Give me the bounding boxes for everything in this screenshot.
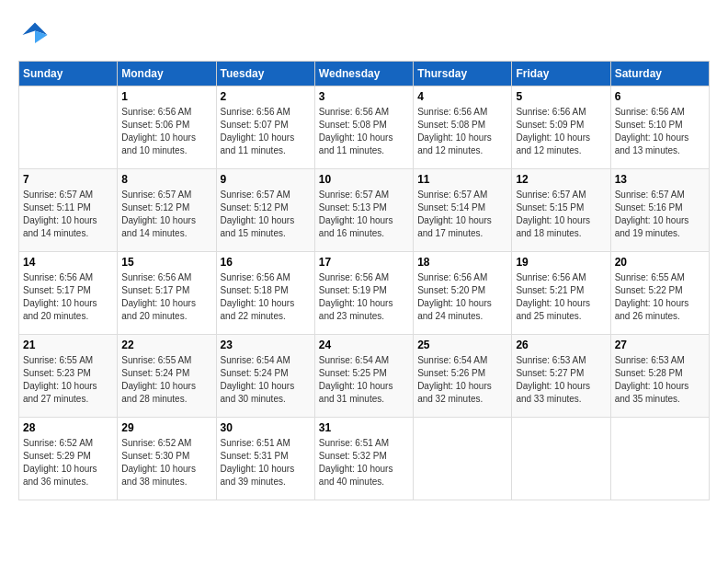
weekday-row: SundayMondayTuesdayWednesdayThursdayFrid… xyxy=(19,62,710,86)
day-number: 9 xyxy=(221,173,311,186)
weekday-header: Wednesday xyxy=(314,62,413,86)
day-info: Sunrise: 6:54 AMSunset: 5:25 PMDaylight:… xyxy=(319,354,409,406)
day-number: 28 xyxy=(23,421,113,434)
logo xyxy=(18,18,55,52)
calendar-cell: 18Sunrise: 6:56 AMSunset: 5:20 PMDayligh… xyxy=(414,252,512,335)
day-info: Sunrise: 6:57 AMSunset: 5:12 PMDaylight:… xyxy=(121,189,211,240)
day-info: Sunrise: 6:51 AMSunset: 5:32 PMDaylight:… xyxy=(319,437,409,488)
day-info: Sunrise: 6:56 AMSunset: 5:20 PMDaylight:… xyxy=(417,271,507,323)
calendar-cell: 23Sunrise: 6:54 AMSunset: 5:24 PMDayligh… xyxy=(216,335,314,418)
day-info: Sunrise: 6:57 AMSunset: 5:14 PMDaylight:… xyxy=(417,189,507,240)
day-number: 13 xyxy=(615,173,705,186)
day-number: 31 xyxy=(319,421,409,434)
calendar-cell: 14Sunrise: 6:56 AMSunset: 5:17 PMDayligh… xyxy=(19,252,118,335)
day-info: Sunrise: 6:57 AMSunset: 5:15 PMDaylight:… xyxy=(516,189,606,240)
calendar-cell: 28Sunrise: 6:52 AMSunset: 5:29 PMDayligh… xyxy=(19,418,118,500)
day-number: 8 xyxy=(121,173,211,186)
day-number: 15 xyxy=(121,256,211,269)
day-info: Sunrise: 6:55 AMSunset: 5:23 PMDaylight:… xyxy=(23,354,113,406)
calendar-cell: 15Sunrise: 6:56 AMSunset: 5:17 PMDayligh… xyxy=(118,252,216,335)
calendar-cell xyxy=(512,418,610,500)
day-number: 6 xyxy=(615,90,705,103)
calendar-body: 1Sunrise: 6:56 AMSunset: 5:06 PMDaylight… xyxy=(19,86,710,500)
weekday-header: Tuesday xyxy=(216,62,314,86)
calendar-cell: 2Sunrise: 6:56 AMSunset: 5:07 PMDaylight… xyxy=(216,86,314,169)
day-info: Sunrise: 6:55 AMSunset: 5:22 PMDaylight:… xyxy=(615,271,705,323)
weekday-header: Sunday xyxy=(19,62,118,86)
calendar-cell: 13Sunrise: 6:57 AMSunset: 5:16 PMDayligh… xyxy=(610,169,709,252)
day-info: Sunrise: 6:56 AMSunset: 5:08 PMDaylight:… xyxy=(417,106,507,157)
day-number: 19 xyxy=(516,256,606,269)
calendar-week-row: 7Sunrise: 6:57 AMSunset: 5:11 PMDaylight… xyxy=(19,169,710,252)
day-number: 11 xyxy=(417,173,507,186)
calendar-cell: 20Sunrise: 6:55 AMSunset: 5:22 PMDayligh… xyxy=(610,252,709,335)
day-number: 4 xyxy=(417,90,507,103)
day-number: 5 xyxy=(516,90,606,103)
calendar-cell: 5Sunrise: 6:56 AMSunset: 5:09 PMDaylight… xyxy=(512,86,610,169)
day-info: Sunrise: 6:57 AMSunset: 5:13 PMDaylight:… xyxy=(319,189,409,240)
day-info: Sunrise: 6:54 AMSunset: 5:26 PMDaylight:… xyxy=(417,354,507,406)
day-number: 12 xyxy=(516,173,606,186)
logo-icon xyxy=(18,18,51,52)
calendar-cell: 17Sunrise: 6:56 AMSunset: 5:19 PMDayligh… xyxy=(314,252,413,335)
day-number: 29 xyxy=(121,421,211,434)
calendar-cell: 9Sunrise: 6:57 AMSunset: 5:12 PMDaylight… xyxy=(216,169,314,252)
day-number: 22 xyxy=(121,339,211,351)
day-number: 16 xyxy=(221,256,311,269)
calendar-week-row: 1Sunrise: 6:56 AMSunset: 5:06 PMDaylight… xyxy=(19,86,710,169)
calendar-cell: 12Sunrise: 6:57 AMSunset: 5:15 PMDayligh… xyxy=(512,169,610,252)
day-number: 17 xyxy=(319,256,409,269)
day-info: Sunrise: 6:53 AMSunset: 5:28 PMDaylight:… xyxy=(615,354,705,406)
calendar-cell: 4Sunrise: 6:56 AMSunset: 5:08 PMDaylight… xyxy=(414,86,512,169)
page-header xyxy=(18,18,710,52)
day-number: 23 xyxy=(221,339,311,351)
calendar-cell xyxy=(610,418,709,500)
day-info: Sunrise: 6:52 AMSunset: 5:29 PMDaylight:… xyxy=(23,437,113,488)
day-info: Sunrise: 6:56 AMSunset: 5:06 PMDaylight:… xyxy=(121,106,211,157)
calendar-cell: 25Sunrise: 6:54 AMSunset: 5:26 PMDayligh… xyxy=(414,335,512,418)
day-info: Sunrise: 6:56 AMSunset: 5:07 PMDaylight:… xyxy=(221,106,311,157)
day-number: 14 xyxy=(23,256,113,269)
calendar-cell: 22Sunrise: 6:55 AMSunset: 5:24 PMDayligh… xyxy=(118,335,216,418)
day-number: 10 xyxy=(319,173,409,186)
calendar-week-row: 28Sunrise: 6:52 AMSunset: 5:29 PMDayligh… xyxy=(19,418,710,500)
calendar-cell: 3Sunrise: 6:56 AMSunset: 5:08 PMDaylight… xyxy=(314,86,413,169)
calendar-cell: 10Sunrise: 6:57 AMSunset: 5:13 PMDayligh… xyxy=(314,169,413,252)
day-number: 7 xyxy=(23,173,113,186)
calendar-cell: 19Sunrise: 6:56 AMSunset: 5:21 PMDayligh… xyxy=(512,252,610,335)
calendar-cell: 6Sunrise: 6:56 AMSunset: 5:10 PMDaylight… xyxy=(610,86,709,169)
calendar-cell: 7Sunrise: 6:57 AMSunset: 5:11 PMDaylight… xyxy=(19,169,118,252)
day-info: Sunrise: 6:56 AMSunset: 5:19 PMDaylight:… xyxy=(319,271,409,323)
day-info: Sunrise: 6:57 AMSunset: 5:16 PMDaylight:… xyxy=(615,189,705,240)
calendar-cell: 29Sunrise: 6:52 AMSunset: 5:30 PMDayligh… xyxy=(118,418,216,500)
calendar-cell: 24Sunrise: 6:54 AMSunset: 5:25 PMDayligh… xyxy=(314,335,413,418)
day-number: 26 xyxy=(516,339,606,351)
calendar-header: SundayMondayTuesdayWednesdayThursdayFrid… xyxy=(19,62,710,86)
day-info: Sunrise: 6:56 AMSunset: 5:17 PMDaylight:… xyxy=(23,271,113,323)
calendar-cell: 31Sunrise: 6:51 AMSunset: 5:32 PMDayligh… xyxy=(314,418,413,500)
day-number: 2 xyxy=(221,90,311,103)
day-info: Sunrise: 6:52 AMSunset: 5:30 PMDaylight:… xyxy=(121,437,211,488)
calendar-cell: 26Sunrise: 6:53 AMSunset: 5:27 PMDayligh… xyxy=(512,335,610,418)
weekday-header: Friday xyxy=(512,62,610,86)
day-number: 21 xyxy=(23,339,113,351)
calendar-cell: 11Sunrise: 6:57 AMSunset: 5:14 PMDayligh… xyxy=(414,169,512,252)
calendar-cell xyxy=(414,418,512,500)
calendar-week-row: 21Sunrise: 6:55 AMSunset: 5:23 PMDayligh… xyxy=(19,335,710,418)
day-number: 27 xyxy=(615,339,705,351)
calendar-table: SundayMondayTuesdayWednesdayThursdayFrid… xyxy=(18,61,710,500)
day-info: Sunrise: 6:56 AMSunset: 5:21 PMDaylight:… xyxy=(516,271,606,323)
day-info: Sunrise: 6:56 AMSunset: 5:08 PMDaylight:… xyxy=(319,106,409,157)
calendar-cell: 21Sunrise: 6:55 AMSunset: 5:23 PMDayligh… xyxy=(19,335,118,418)
weekday-header: Monday xyxy=(118,62,216,86)
day-info: Sunrise: 6:56 AMSunset: 5:09 PMDaylight:… xyxy=(516,106,606,157)
day-info: Sunrise: 6:56 AMSunset: 5:18 PMDaylight:… xyxy=(221,271,311,323)
calendar-cell: 30Sunrise: 6:51 AMSunset: 5:31 PMDayligh… xyxy=(216,418,314,500)
calendar-cell: 16Sunrise: 6:56 AMSunset: 5:18 PMDayligh… xyxy=(216,252,314,335)
day-info: Sunrise: 6:57 AMSunset: 5:12 PMDaylight:… xyxy=(221,189,311,240)
day-number: 3 xyxy=(319,90,409,103)
day-info: Sunrise: 6:54 AMSunset: 5:24 PMDaylight:… xyxy=(221,354,311,406)
calendar-cell: 8Sunrise: 6:57 AMSunset: 5:12 PMDaylight… xyxy=(118,169,216,252)
day-number: 24 xyxy=(319,339,409,351)
day-info: Sunrise: 6:53 AMSunset: 5:27 PMDaylight:… xyxy=(516,354,606,406)
